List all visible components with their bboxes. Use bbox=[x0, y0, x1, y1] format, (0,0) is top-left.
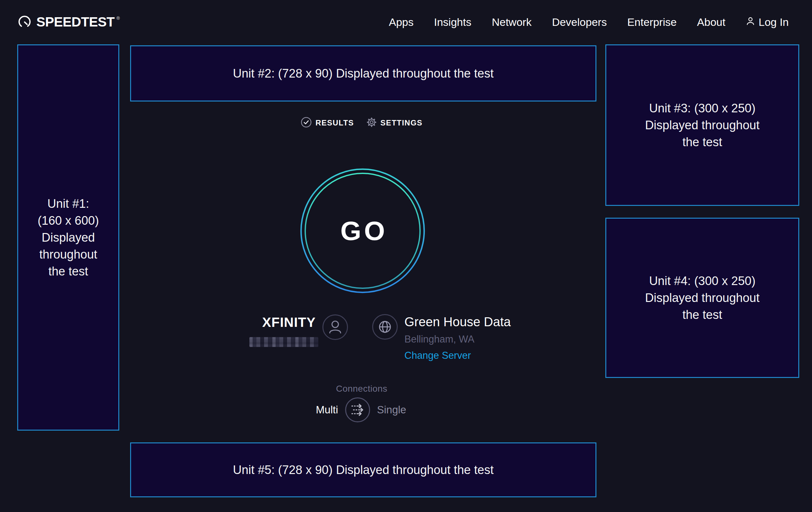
nav-item-enterprise[interactable]: Enterprise bbox=[627, 16, 677, 28]
connections-label: Connections bbox=[336, 384, 387, 394]
ad-text-line: Unit #3: (300 x 250) bbox=[649, 100, 756, 117]
ad-text-line: (160 x 600) bbox=[38, 212, 99, 229]
isp-name: XFINITY bbox=[223, 316, 316, 329]
ad-text-line: Unit #1: bbox=[48, 195, 89, 212]
tab-settings[interactable]: SETTINGS bbox=[367, 117, 423, 129]
ad-text-line: Unit #5: (728 x 90) Displayed throughout… bbox=[233, 462, 493, 479]
ip-address-redacted bbox=[250, 337, 318, 347]
speedtest-logo[interactable]: SPEEDTEST ® bbox=[18, 15, 120, 30]
change-server-link[interactable]: Change Server bbox=[404, 350, 511, 361]
tab-settings-label: SETTINGS bbox=[380, 118, 423, 127]
logo-text: SPEEDTEST bbox=[36, 15, 115, 30]
gear-icon bbox=[367, 117, 377, 129]
top-nav: Apps Insights Network Developers Enterpr… bbox=[389, 0, 789, 44]
connections-toggle-button[interactable] bbox=[345, 397, 370, 422]
nav-item-developers[interactable]: Developers bbox=[552, 16, 607, 28]
login-label: Log In bbox=[758, 16, 789, 28]
ad-text-line: Displayed throughout bbox=[645, 290, 759, 306]
go-button-label: GO bbox=[300, 168, 425, 293]
server-globe-icon bbox=[372, 314, 398, 340]
connections-multi-option[interactable]: Multi bbox=[316, 404, 338, 416]
nav-item-network[interactable]: Network bbox=[492, 16, 532, 28]
ad-unit-5-728x90[interactable]: Unit #5: (728 x 90) Displayed throughout… bbox=[130, 442, 597, 497]
ad-text-line: Unit #2: (728 x 90) Displayed throughout… bbox=[233, 65, 493, 82]
connections-toggle-row: Multi Single bbox=[316, 397, 406, 422]
nav-item-insights[interactable]: Insights bbox=[434, 16, 471, 28]
ad-unit-3-300x250[interactable]: Unit #3: (300 x 250) Displayed throughou… bbox=[605, 44, 799, 206]
ad-unit-4-300x250[interactable]: Unit #4: (300 x 250) Displayed throughou… bbox=[605, 218, 799, 378]
isp-person-icon bbox=[322, 315, 348, 340]
nav-item-about[interactable]: About bbox=[697, 16, 726, 28]
person-icon bbox=[746, 16, 755, 28]
server-name: Green House Data bbox=[404, 315, 511, 328]
server-info: Green House Data Bellingham, WA Change S… bbox=[404, 315, 511, 361]
ad-text-line: the test bbox=[683, 134, 722, 151]
multi-arrow-right-icon bbox=[346, 399, 369, 421]
connections-single-option[interactable]: Single bbox=[377, 404, 406, 416]
tab-results[interactable]: RESULTS bbox=[301, 117, 354, 129]
ad-text-line: Displayed bbox=[42, 229, 95, 246]
ad-text-line: the test bbox=[49, 263, 88, 280]
speedometer-gauge-icon bbox=[18, 15, 32, 30]
ad-text-line: the test bbox=[683, 306, 722, 323]
ad-text-line: Unit #4: (300 x 250) bbox=[649, 273, 756, 290]
go-button[interactable]: GO bbox=[300, 168, 425, 293]
ad-text-line: Displayed throughout bbox=[645, 117, 759, 134]
nav-item-apps[interactable]: Apps bbox=[389, 16, 414, 28]
view-tabs: RESULTS SETTINGS bbox=[301, 117, 423, 129]
login-button[interactable]: Log In bbox=[746, 16, 789, 28]
check-circle-icon bbox=[301, 117, 312, 129]
ad-unit-1-160x600[interactable]: Unit #1: (160 x 600) Displayed throughou… bbox=[17, 44, 119, 431]
ad-text-line: throughout bbox=[39, 246, 97, 263]
ad-unit-2-728x90[interactable]: Unit #2: (728 x 90) Displayed throughout… bbox=[130, 45, 597, 102]
server-location: Bellingham, WA bbox=[404, 333, 511, 345]
trademark-symbol: ® bbox=[116, 16, 120, 21]
tab-results-label: RESULTS bbox=[315, 118, 354, 127]
